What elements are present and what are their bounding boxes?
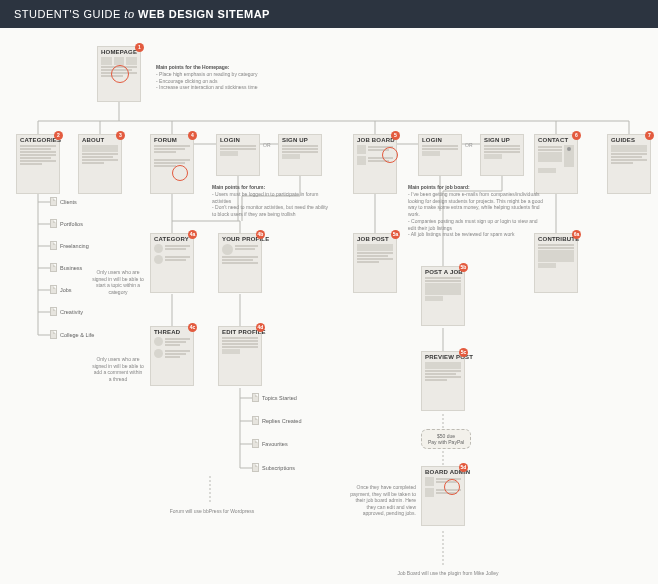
node-login-job: LOGIN (418, 134, 462, 176)
highlight-ring (382, 147, 398, 163)
leaf-jobs: Jobs (50, 285, 72, 294)
node-about: ABOUT 3 (78, 134, 122, 194)
node-title: HOMEPAGE (101, 49, 137, 55)
document-icon (252, 416, 259, 425)
sitemap-canvas: HOMEPAGE 1 Main points for the Homepage:… (0, 26, 658, 584)
node-boardadmin: BOARD ADMIN 5d (421, 466, 465, 526)
highlight-ring (172, 165, 188, 181)
document-icon (50, 197, 57, 206)
document-icon (252, 439, 259, 448)
note-jobboard: Main points for job board: - I've been g… (408, 184, 546, 238)
leaf-creativity: Creativity (50, 307, 83, 316)
header-pre: STUDENT'S GUIDE (14, 8, 121, 20)
document-icon (252, 393, 259, 402)
badge: 1 (135, 43, 144, 52)
header-post: WEB DESIGN SITEMAP (138, 8, 270, 20)
footnote-forum: Forum will use bbPress for Wordpress (162, 508, 262, 515)
leaf-clients: Clients (50, 197, 77, 206)
node-signup-forum: SIGN UP (278, 134, 322, 176)
node-category: CATEGORY 4a (150, 233, 194, 293)
connector-lines (0, 26, 658, 584)
leaf-replies: Replies Created (252, 416, 301, 425)
node-signup-job: SIGN UP (480, 134, 524, 176)
node-guides: GUIDES 7 (607, 134, 651, 194)
node-thread: THREAD 4c (150, 326, 194, 386)
node-login-forum: LOGIN (216, 134, 260, 176)
side-note-admin: Once they have completed payment, they w… (350, 484, 416, 517)
leaf-subs: Subscriptions (252, 463, 295, 472)
node-previewpost: PREVIEW POST 5c (421, 351, 465, 411)
document-icon (50, 330, 57, 339)
leaf-favourites: Favourites (252, 439, 288, 448)
document-icon (50, 219, 57, 228)
highlight-ring (111, 65, 129, 83)
side-note-thread: Only users who are signed in will be abl… (92, 356, 144, 382)
document-icon (50, 263, 57, 272)
leaf-freelancing: Freelancing (50, 241, 89, 250)
or-label: OR (263, 142, 271, 148)
node-jobboard: JOB BOARD 5 (353, 134, 397, 194)
page-header: STUDENT'S GUIDE to WEB DESIGN SITEMAP (0, 0, 658, 28)
payment-box: $50 due Pay with PayPal (421, 429, 471, 449)
node-forum: FORUM 4 (150, 134, 194, 194)
node-postajob: POST A JOB 5b (421, 266, 465, 326)
or-label: OR (465, 142, 473, 148)
node-editprofile: EDIT PROFILE 4d (218, 326, 262, 386)
note-forum: Main points for forum: - Users must be l… (212, 184, 332, 218)
footnote-job: Job Board will use the plugin from Mike … (393, 570, 503, 577)
leaf-college: College & Life (50, 330, 94, 339)
document-icon (50, 241, 57, 250)
document-icon (50, 285, 57, 294)
leaf-portfolios: Portfolios (50, 219, 83, 228)
highlight-ring (444, 479, 460, 495)
header-mid: to (124, 8, 134, 20)
node-contribute: CONTRIBUTE 6a (534, 233, 578, 293)
leaf-business: Business (50, 263, 82, 272)
leaf-topics: Topics Started (252, 393, 297, 402)
document-icon (252, 463, 259, 472)
node-categories: CATEGORIES 2 (16, 134, 60, 194)
note-homepage: Main points for the Homepage: - Place hi… (156, 64, 286, 91)
document-icon (50, 307, 57, 316)
node-homepage: HOMEPAGE 1 (97, 46, 141, 102)
side-note-category: Only users who are signed in will be abl… (92, 269, 144, 295)
node-jobpost: JOB POST 5a (353, 233, 397, 293)
node-yourprofile: YOUR PROFILE 4b (218, 233, 262, 293)
